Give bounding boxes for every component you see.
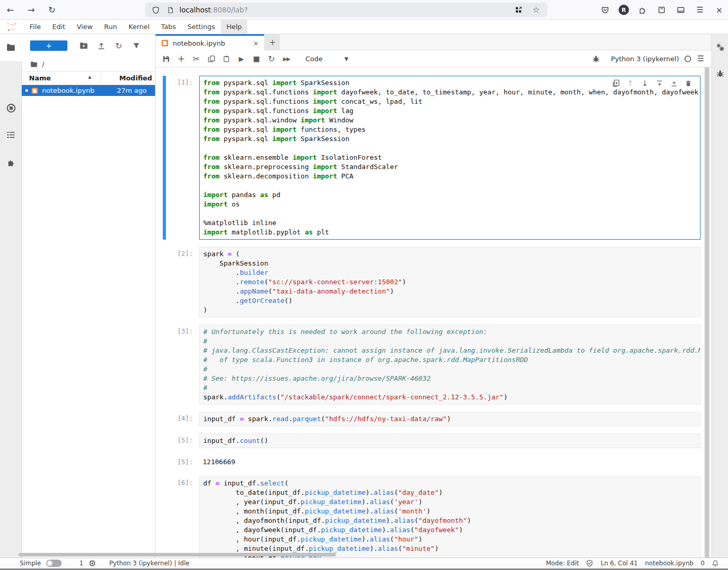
insert-cell-below-icon[interactable] [669,79,678,88]
cell-collapser[interactable] [163,76,166,240]
breadcrumb-root[interactable]: / [42,60,44,68]
pocket-icon[interactable] [599,4,611,16]
profile-avatar[interactable]: R [619,5,629,15]
address-bar[interactable]: localhost:8080/lab? ☆ [145,3,548,17]
move-cell-down-icon[interactable]: ↓ [640,79,649,88]
menu-help[interactable]: Help [221,20,248,34]
copy-cells-icon[interactable] [204,52,219,65]
stop-kernel-icon[interactable]: ■ [249,52,264,65]
debugger-panel-tab-icon[interactable] [712,69,728,78]
new-tab-button[interactable]: + [265,34,280,50]
cell-collapser[interactable] [163,412,166,426]
file-browser-panel: + ↻ / Name ▲ Modified [22,34,156,558]
cell-collapser[interactable] [163,476,166,558]
paste-cells-icon[interactable] [219,52,234,65]
extensions-icon[interactable] [637,4,648,16]
tab-notebook[interactable]: notebook.ipynb × [156,34,264,50]
file-row-notebook[interactable]: notebook.ipynb 27m ago [22,85,155,96]
insert-cell-icon[interactable]: + [174,52,189,65]
code-cell[interactable]: [1]:from pyspark.sql import SparkSession… [163,76,701,240]
menu-icon[interactable]: ☰ [694,4,706,16]
kernel-count[interactable]: 1 [79,560,83,567]
code-cell[interactable]: [3]:# Unfortunately this is needed to wo… [163,325,701,405]
browser-back-icon[interactable]: ← [4,4,17,16]
cell-editor[interactable]: input_df.count() [199,434,701,448]
kernel-status-icon[interactable] [684,55,691,62]
kernel-chip-icon[interactable] [89,560,96,567]
code-cell[interactable]: [5]:input_df.count() [163,434,701,448]
output-prompt: [5]: [177,455,199,469]
file-browser-tab-icon[interactable] [0,44,22,51]
cell-editor[interactable]: # Unfortunately this is needed to work a… [199,325,701,405]
restart-kernel-icon[interactable]: ↻ [264,52,279,65]
column-name[interactable]: Name [29,74,51,82]
cell-editor[interactable]: spark = ( SparkSession .builder .remote(… [199,247,701,317]
new-folder-icon[interactable] [75,39,92,52]
execution-count: [3]: [177,325,199,405]
insert-cell-above-icon[interactable] [655,79,664,88]
cell-collapser[interactable] [163,434,166,448]
cell-collapser[interactable] [163,247,166,317]
main-area: + ↻ / Name ▲ Modified [0,34,728,558]
running-kernels-tab-icon[interactable] [0,103,22,113]
cell-editor[interactable]: df = input_df.select( to_date(input_df.p… [199,476,701,558]
notebook-dock: notebook.ipynb × + + ✂ ▶ ■ ↻ [156,34,711,558]
sort-ascending-icon[interactable]: ▲ [88,75,91,79]
browser-reload-icon[interactable]: ↻ [46,4,58,16]
menu-run[interactable]: Run [99,20,123,34]
horizontal-scrollbar[interactable] [19,553,336,557]
move-cell-up-icon[interactable]: ↑ [626,79,635,88]
sidebar-toggle-icon[interactable] [675,4,687,16]
trust-shield-icon[interactable] [586,560,593,567]
restart-run-all-icon[interactable]: ▶▶ [279,52,294,65]
bell-icon[interactable] [712,560,719,567]
library-icon[interactable] [656,4,667,16]
column-modified[interactable]: Modified [119,74,152,82]
notification-count[interactable]: 0 [701,560,705,567]
menu-file[interactable]: File [24,20,47,34]
kernel-name[interactable]: Python 3 (ipykernel) [611,55,679,63]
debugger-icon[interactable] [589,52,604,65]
delete-cell-icon[interactable] [684,79,693,88]
menu-view[interactable]: View [71,20,99,34]
browser-forward-icon[interactable]: → [25,4,37,16]
cursor-position[interactable]: Ln 6, Col 41 [600,560,638,567]
menu-edit[interactable]: Edit [47,20,71,34]
extension-manager-tab-icon[interactable] [0,159,22,168]
menu-settings[interactable]: Settings [181,20,220,34]
menu-kernel[interactable]: Kernel [123,20,156,34]
mode-indicator[interactable]: Mode: Edit [546,560,579,567]
refresh-icon[interactable]: ↻ [110,39,128,52]
upload-icon[interactable] [92,39,110,52]
vertical-scrollbar[interactable] [705,67,709,558]
page-actions-icon[interactable] [513,5,524,15]
filter-icon[interactable] [128,39,145,52]
folder-icon [30,61,38,67]
cell-editor[interactable]: from pyspark.sql import SparkSessionfrom… [199,76,701,240]
duplicate-cell-icon[interactable] [611,79,620,88]
run-cell-icon[interactable]: ▶ [234,52,249,65]
notebook-cells: [1]:from pyspark.sql import SparkSession… [156,76,711,558]
table-of-contents-tab-icon[interactable] [0,131,22,139]
code-cell[interactable]: [2]:spark = ( SparkSession .builder .rem… [163,247,701,317]
property-inspector-tab-icon[interactable] [712,43,728,52]
page-info-icon[interactable] [165,5,175,15]
tab-close-icon[interactable]: × [253,39,259,47]
simple-mode-toggle[interactable] [46,560,62,567]
code-cell[interactable]: [4]:input_df = spark.read.parquet("hdfs:… [163,412,701,426]
cell-toolbar: ↑ ↓ [611,79,693,88]
toolbar-menu-icon[interactable]: ☰ [697,54,704,63]
new-launcher-button[interactable]: + [30,40,67,51]
cut-cells-icon[interactable]: ✂ [189,52,204,65]
save-icon[interactable] [159,52,174,65]
cell-type-select[interactable]: Code ▼ [305,55,348,63]
kernel-status-text[interactable]: Python 3 (ipykernel) | Idle [109,560,190,567]
menu-tabs[interactable]: Tabs [156,20,182,34]
cell-editor[interactable]: input_df = spark.read.parquet("hdfs://hd… [199,412,701,426]
close-icon[interactable]: × [713,4,725,16]
cell-collapser[interactable] [163,325,166,405]
shield-icon[interactable] [150,5,161,15]
code-cell[interactable]: [6]:df = input_df.select( to_date(input_… [163,476,701,558]
breadcrumb[interactable]: / [22,57,155,72]
bookmark-star-icon[interactable]: ☆ [531,5,541,15]
